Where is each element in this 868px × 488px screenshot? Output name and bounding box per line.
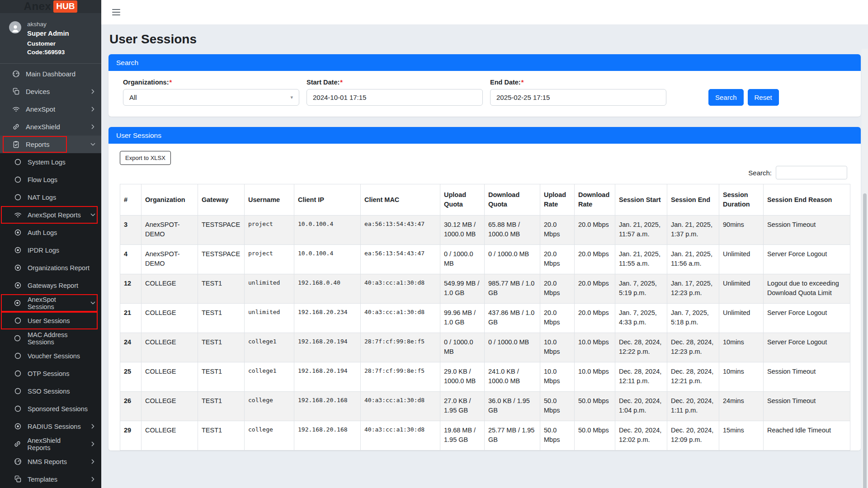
sidebar-item-sponsored-sessions[interactable]: Sponsored Sessions (0, 400, 101, 418)
circle-icon (14, 352, 22, 360)
cell-session-start: Dec. 20, 2024, 1:04 p.m. (615, 392, 667, 421)
sidebar-item-reports[interactable]: Reports (0, 136, 101, 153)
cell-organization: COLLEGE (142, 304, 198, 333)
table-row: 21COLLEGETEST1unlimited192.168.20.23440:… (120, 304, 850, 333)
sidebar-item-anexspot-sessions[interactable]: AnexSpot Sessions (0, 294, 101, 312)
export-xlsx-button[interactable]: Export to XLSX (120, 151, 171, 165)
cell-download-quota: 985.77 MB / 1.0 GB (485, 274, 540, 304)
cell-session-end-reason: Session Timeout (764, 216, 850, 245)
cell-client-mac: ea:56:13:54:43:47 (361, 216, 440, 245)
cell-session-start: Jan. 7, 2025, 5:19 p.m. (615, 274, 667, 304)
table-row: 26COLLEGETEST1college192.168.20.16840:a3… (120, 392, 850, 421)
column-header-username[interactable]: Username (245, 184, 294, 216)
cell-upload-quota: 99.96 MB / 1.0 GB (440, 304, 485, 333)
sidebar-item-label: MAC Address Sessions (28, 331, 96, 346)
required-marker: * (170, 79, 172, 86)
sidebar-item-label: Flow Logs (28, 176, 57, 183)
customer-code: Customer Code:569593 (27, 39, 95, 57)
sidebar-item-anexshield[interactable]: AnexShield (0, 118, 101, 136)
organizations-select[interactable]: All ▾ (123, 89, 299, 106)
chevron-right-icon (90, 89, 96, 94)
sidebar-item-flow-logs[interactable]: Flow Logs (0, 171, 101, 188)
sidebar-item-label: AnexSpot (26, 105, 55, 113)
sidebar-item-otp-sessions[interactable]: OTP Sessions (0, 365, 101, 382)
circle-icon (14, 405, 22, 413)
sidebar-item-templates[interactable]: Templates (0, 470, 101, 488)
cell-session-duration: Unlimited (719, 245, 764, 274)
sidebar-item-label: AnexShield (26, 123, 60, 131)
brand-logo[interactable]: Anex HUB (0, 0, 101, 13)
table-search-label: Search: (748, 169, 772, 177)
column-header-download-quota[interactable]: Download Quota (485, 184, 540, 216)
topbar (101, 0, 868, 24)
sidebar-item-label: NAT Logs (28, 194, 56, 201)
circle-icon (14, 334, 22, 343)
cell-client-ip: 192.168.20.194 (294, 362, 361, 392)
column-header-session-start[interactable]: Session Start (615, 184, 667, 216)
sidebar-item-ipdr-logs[interactable]: IPDR Logs (0, 241, 101, 259)
sidebar-item-mac-address-sessions[interactable]: MAC Address Sessions (0, 329, 101, 347)
sidebar-item-radius-sessions[interactable]: RADIUS Sessions (0, 418, 101, 435)
column-header-upload-quota[interactable]: Upload Quota (440, 184, 485, 216)
cell-session-end: Dec. 28, 2024, 12:23 p.m. (667, 333, 719, 362)
sidebar-item-label: OTP Sessions (28, 370, 69, 377)
column-header-client-ip[interactable]: Client IP (294, 184, 361, 216)
cell-: 3 (120, 216, 142, 245)
cell-gateway: TEST1 (198, 274, 245, 304)
sidebar-item-label: Voucher Sessions (28, 352, 80, 360)
brand-badge: HUB (53, 0, 77, 13)
column-header-session-end[interactable]: Session End (667, 184, 719, 216)
sidebar-item-anexshield-reports[interactable]: AnexShield Reports (0, 435, 101, 453)
sidebar-item-main-dashboard[interactable]: Main Dashboard (0, 65, 101, 83)
cell-: 12 (120, 274, 142, 304)
sidebar-item-nms-reports[interactable]: NMS Reports (0, 453, 101, 470)
user-sessions-panel-title: User Sessions (116, 131, 161, 140)
column-header-organization[interactable]: Organization (142, 184, 198, 216)
sidebar-item-anexspot-reports[interactable]: AnexSpot Reports (0, 206, 101, 224)
end-date-input[interactable] (490, 89, 666, 106)
sidebar-item-anexspot[interactable]: AnexSpot (0, 100, 101, 118)
search-panel: Search Organizations:* All ▾ (108, 54, 861, 117)
column-header-download-rate[interactable]: Download Rate (575, 184, 615, 216)
cell-download-rate: 20.0 Mbps (575, 304, 615, 333)
cell-upload-quota: 0 / 1000.0 MB (440, 245, 485, 274)
cell-upload-rate: 10.0 Mbps (540, 362, 575, 392)
sidebar-item-user-sessions[interactable]: User Sessions (0, 312, 101, 329)
column-header-session-end-reason[interactable]: Session End Reason (764, 184, 850, 216)
cell-download-quota: 36.0 KB / 1.95 GB (485, 392, 540, 421)
reset-button[interactable]: Reset (748, 89, 779, 106)
cell-client-ip: 192.168.20.168 (294, 421, 361, 450)
sidebar-item-label: Reports (26, 141, 50, 148)
start-date-label: Start Date:* (307, 79, 483, 86)
cell-download-quota: 437.86 MB / 1.0 GB (485, 304, 540, 333)
cell-gateway: TEST1 (198, 421, 245, 450)
sidebar-item-sso-sessions[interactable]: SSO Sessions (0, 382, 101, 400)
sidebar-item-auth-logs[interactable]: Auth Logs (0, 224, 101, 241)
cell-session-duration: Unlimited (719, 274, 764, 304)
column-header-session-duration[interactable]: Session Duration (719, 184, 764, 216)
start-date-input[interactable] (307, 89, 483, 106)
cell-organization: COLLEGE (142, 333, 198, 362)
chevron-right-icon (90, 106, 96, 112)
sidebar-item-system-logs[interactable]: System Logs (0, 153, 101, 171)
table-search-input[interactable] (776, 166, 847, 179)
column-header-upload-rate[interactable]: Upload Rate (540, 184, 575, 216)
sidebar-item-label: SSO Sessions (28, 388, 70, 395)
sidebar-item-organizations-report[interactable]: Organizations Report (0, 259, 101, 277)
sidebar-item-devices[interactable]: Devices (0, 83, 101, 100)
cell-client-ip: 192.168.20.234 (294, 304, 361, 333)
sidebar-item-nat-logs[interactable]: NAT Logs (0, 188, 101, 206)
cell-client-mac: 40:a3:cc:a1:30:d8 (361, 421, 440, 450)
cell-session-end: Dec. 20, 2024, 12:09 p.m. (667, 421, 719, 450)
column-header-gateway[interactable]: Gateway (198, 184, 245, 216)
sidebar-item-gateways-report[interactable]: Gateways Report (0, 277, 101, 294)
cell-session-duration: 10mins (719, 333, 764, 362)
column-header-[interactable]: # (120, 184, 142, 216)
vertical-scrollbar-thumb[interactable] (863, 193, 867, 488)
hamburger-menu-icon[interactable] (112, 9, 120, 15)
search-panel-header: Search (108, 54, 861, 71)
cell-session-duration: 90mins (719, 216, 764, 245)
column-header-client-mac[interactable]: Client MAC (361, 184, 440, 216)
search-button[interactable]: Search (708, 89, 744, 106)
sidebar-item-voucher-sessions[interactable]: Voucher Sessions (0, 347, 101, 365)
